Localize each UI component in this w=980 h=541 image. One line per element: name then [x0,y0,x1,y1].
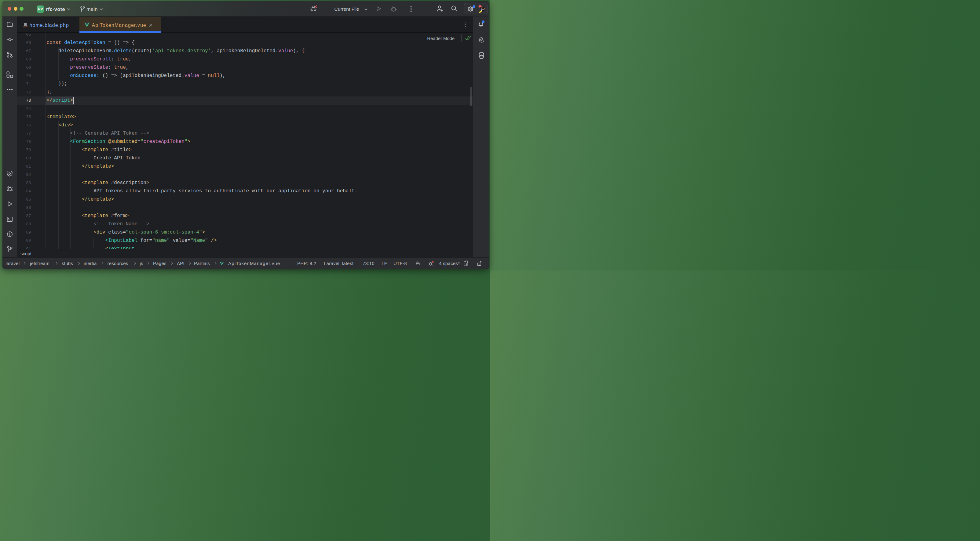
svg-text:BRAINS: BRAINS [480,9,484,10]
